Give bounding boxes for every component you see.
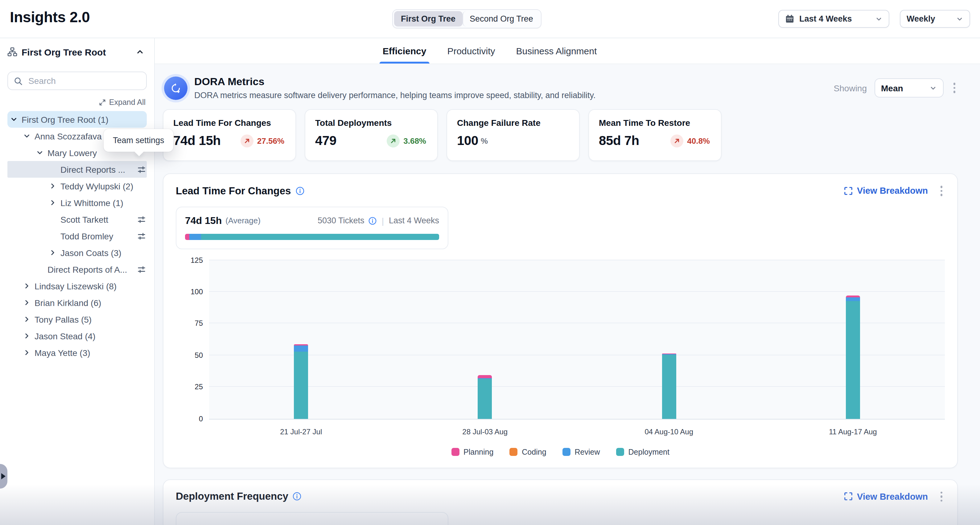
tree-item[interactable]: Lindsay Liszewski (8) xyxy=(0,278,154,294)
tree-item[interactable]: Jason Coats (3) xyxy=(0,244,154,261)
metric-card-value: 479 xyxy=(315,133,336,148)
chevron-down-icon[interactable] xyxy=(35,148,45,158)
tree-item[interactable]: Tony Pallas (5) xyxy=(0,311,154,328)
tree-item[interactable]: Direct Reports of A... xyxy=(0,261,154,278)
main-content: DORA Metrics DORA metrics measure softwa… xyxy=(154,64,980,525)
metric-card-delta: 40.8% xyxy=(670,134,711,147)
tree-item-label: Lindsay Liszewski (8) xyxy=(35,281,116,291)
gridline xyxy=(209,355,945,355)
chart-y-axis: 0255075100125 xyxy=(176,260,203,418)
sidebar-header: First Org Tree Root xyxy=(0,43,154,60)
legend-swatch xyxy=(562,448,571,456)
team-settings-icon[interactable] xyxy=(137,165,146,174)
chart-x-axis: 21 Jul-27 Jul28 Jul-03 Aug04 Aug-10 Aug1… xyxy=(209,427,945,437)
metric-card: Mean Time To Restore85d 7h40.8% xyxy=(589,109,722,161)
tab-productivity[interactable]: Productivity xyxy=(447,38,495,64)
tree-item[interactable]: Todd Bromley xyxy=(0,228,154,244)
mini-bar-segment-planning xyxy=(185,234,190,240)
stacked-bar[interactable] xyxy=(478,375,492,418)
granularity-select[interactable]: Weekly xyxy=(900,10,970,28)
chevron-right-icon[interactable] xyxy=(48,198,57,208)
y-axis-tick-label: 125 xyxy=(191,256,203,264)
legend-label: Deployment xyxy=(628,447,670,456)
stacked-bar[interactable] xyxy=(662,353,676,418)
section-menu-kebab-icon[interactable] xyxy=(938,183,945,198)
dora-header: DORA Metrics DORA metrics measure softwa… xyxy=(163,76,958,100)
showing-select[interactable]: Mean xyxy=(874,78,943,97)
search-input[interactable] xyxy=(27,75,141,86)
metric-card-title: Mean Time To Restore xyxy=(599,118,711,128)
expand-all-button[interactable]: Expand All xyxy=(99,98,146,107)
info-icon[interactable] xyxy=(293,492,302,501)
chevron-down-icon[interactable] xyxy=(9,115,19,124)
trend-up-arrow-icon xyxy=(240,134,253,147)
chevron-right-icon[interactable] xyxy=(22,281,32,291)
view-breakdown-button[interactable]: View Breakdown xyxy=(843,492,928,501)
team-settings-icon[interactable] xyxy=(137,215,146,224)
team-settings-icon[interactable] xyxy=(137,231,146,240)
date-range-select[interactable]: Last 4 Weeks xyxy=(778,10,889,28)
chevron-right-icon[interactable] xyxy=(22,314,32,324)
y-axis-tick-label: 0 xyxy=(199,414,203,423)
chevron-right-icon[interactable] xyxy=(48,181,57,191)
bar-segment-review xyxy=(294,346,308,352)
info-icon[interactable] xyxy=(368,216,377,225)
org-tree-toggle-second-org-tree[interactable]: Second Org Tree xyxy=(462,11,540,27)
sidebar-collapse-button[interactable] xyxy=(133,45,147,59)
legend-item-coding: Coding xyxy=(509,447,546,456)
metric-card-value: 74d 15h xyxy=(173,133,221,148)
lead-time-chart: 0255075100125 21 Jul-27 Jul28 Jul-03 Aug… xyxy=(176,260,945,437)
metric-card: Change Failure Rate100% xyxy=(447,109,580,161)
summary-suffix: (Average) xyxy=(226,216,261,225)
tree-item[interactable]: Scott Tarkett xyxy=(0,211,154,228)
org-tree-toggle-first-org-tree[interactable]: First Org Tree xyxy=(394,11,462,27)
y-axis-tick-label: 75 xyxy=(194,319,203,328)
x-axis-tick-label: 11 Aug-17 Aug xyxy=(829,427,877,436)
main-tabs: EfficiencyProductivityBusiness Alignment xyxy=(154,38,980,64)
tree-item-label: Todd Bromley xyxy=(60,231,113,241)
bar-segment-deployment xyxy=(478,379,492,419)
tree-item[interactable]: Liz Whittome (1) xyxy=(0,194,154,211)
legend-item-review: Review xyxy=(562,447,600,456)
tree-item[interactable]: Jason Stead (4) xyxy=(0,328,154,344)
summary-range: Last 4 Weeks xyxy=(389,216,439,225)
metric-card: Total Deployments4793.68% xyxy=(305,109,438,161)
tree-item[interactable]: Teddy Wylupski (2) xyxy=(0,178,154,194)
tab-label: Productivity xyxy=(447,45,495,56)
legend-label: Planning xyxy=(463,447,493,456)
sidebar-title: First Org Tree Root xyxy=(22,46,129,57)
metric-card-value-row: 74d 15h27.56% xyxy=(173,133,286,148)
lead-time-section: Lead Time For Changes View Breakdown xyxy=(163,173,958,468)
view-breakdown-label: View Breakdown xyxy=(857,492,928,501)
view-breakdown-button[interactable]: View Breakdown xyxy=(843,186,928,196)
expand-all-icon xyxy=(99,99,106,106)
metric-card-value-row: 100% xyxy=(457,133,569,148)
tab-business-alignment[interactable]: Business Alignment xyxy=(516,38,597,64)
dora-cycle-icon xyxy=(164,76,188,100)
chevron-right-icon[interactable] xyxy=(22,348,32,358)
bar-segment-deployment xyxy=(662,355,676,418)
info-icon[interactable] xyxy=(296,186,305,196)
legend-swatch xyxy=(451,448,459,456)
section-menu-kebab-icon[interactable] xyxy=(938,489,945,504)
chevron-right-icon[interactable] xyxy=(48,248,57,258)
stacked-bar[interactable] xyxy=(846,296,860,418)
tree-item[interactable]: Brian Kirkland (6) xyxy=(0,294,154,311)
dora-description: DORA metrics measure software delivery p… xyxy=(194,91,596,100)
granularity-value: Weekly xyxy=(907,14,935,24)
tree-item[interactable]: Maya Yette (3) xyxy=(0,344,154,361)
team-settings-icon[interactable] xyxy=(137,265,146,274)
tab-efficiency[interactable]: Efficiency xyxy=(383,38,426,64)
chevron-right-icon[interactable] xyxy=(22,298,32,307)
deployment-frequency-section: Deployment Frequency View Breakdown xyxy=(163,479,958,525)
sidebar-expand-handle[interactable] xyxy=(0,464,7,488)
stacked-bar[interactable] xyxy=(294,345,308,419)
tree-item[interactable]: Direct Reports ... xyxy=(0,161,154,178)
tree-item-label: First Org Tree Root (1) xyxy=(22,115,108,124)
divider: | xyxy=(382,216,384,226)
dora-menu-kebab-icon[interactable] xyxy=(951,81,958,95)
chevron-right-icon[interactable] xyxy=(22,331,32,341)
app-root: Insights 2.0 First Org TreeSecond Org Tr… xyxy=(0,0,980,525)
tree-item[interactable]: First Org Tree Root (1) xyxy=(0,111,154,128)
chevron-down-icon[interactable] xyxy=(22,131,32,141)
